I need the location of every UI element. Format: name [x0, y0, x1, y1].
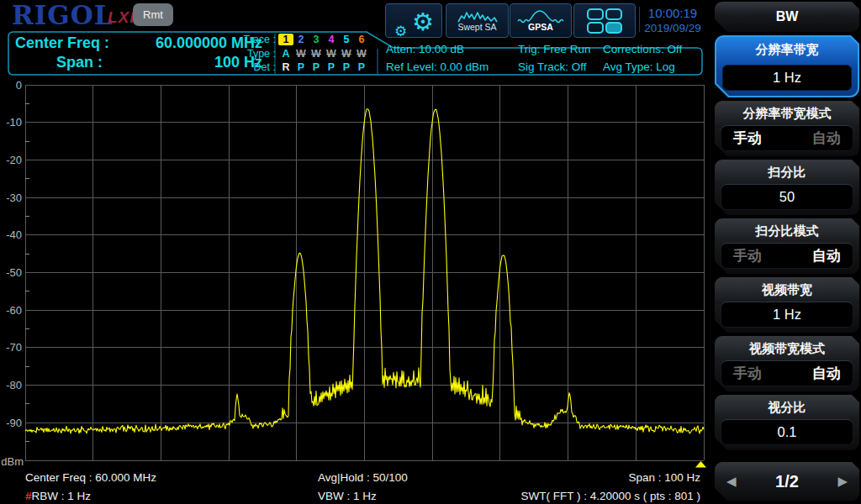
trace-4[interactable]: 4 [324, 34, 339, 45]
trace-6-det: P [354, 61, 369, 73]
trace-1-type: A [278, 48, 293, 60]
trace-num-row: Trace : 1 2 3 4 5 6 [237, 33, 369, 47]
spectrum-display: 0-10-20-30-40-50-60-70-80-90dBm [0, 80, 710, 475]
svg-text:-90: -90 [6, 417, 22, 429]
softkey-span-rbw-ratio-mode[interactable]: 扫分比模式 手动 自动 [715, 218, 859, 274]
page-prev-icon[interactable]: ◀ [726, 474, 737, 489]
softkey-vbw-rbw-ratio[interactable]: 视分比 0.1 [715, 395, 859, 450]
ratio-mode-auto[interactable]: 自动 [812, 243, 841, 269]
trace-4-type: W [324, 48, 339, 60]
svg-text:-20: -20 [6, 154, 22, 166]
chart-grid [25, 85, 704, 460]
menu-page-button[interactable]: ◀ 1/2 ▶ [715, 462, 859, 501]
atten-ref-block: Atten: 10.00 dB Ref Level: 0.00 dBm [386, 40, 489, 76]
svg-text:-50: -50 [6, 266, 22, 279]
svg-text:0: 0 [16, 80, 22, 92]
svg-text:-40: -40 [6, 228, 22, 241]
corrections-block: Corrections: Off Avg Type: Log [603, 40, 682, 76]
trace-row-label: Trace : [237, 34, 278, 45]
trace-5[interactable]: 5 [339, 34, 354, 45]
trig-value: Trig: Free Run [518, 40, 591, 58]
trace-3[interactable]: 3 [309, 34, 324, 45]
atten-value: Atten: 10.00 dB [386, 40, 489, 58]
softkey-span-rbw-ratio[interactable]: 扫分比 50 [715, 160, 859, 215]
softkey-rbw-active[interactable]: 分辨率带宽 1 Hz [715, 35, 859, 97]
trace-3-det: P [309, 61, 324, 73]
vbw-mode-manual[interactable]: 手动 [733, 360, 762, 386]
softkey-rbw-value: 1 Hz [722, 65, 852, 91]
trace-table[interactable]: Trace : 1 2 3 4 5 6 Type : A W W W W W D… [237, 33, 369, 75]
trace-5-type: W [339, 48, 354, 60]
svg-text:-10: -10 [6, 116, 22, 129]
page-indicator: 1/2 [775, 472, 799, 491]
trace-2-type: W [293, 48, 309, 60]
ratio-mode-manual[interactable]: 手动 [733, 243, 762, 269]
svg-text:-60: -60 [6, 304, 22, 317]
status-row-1: Center Freq : 60.000 MHz Avg|Hold : 50/1… [0, 471, 710, 486]
softkey-vbw-mode[interactable]: 视频带宽模式 手动 自动 [715, 336, 859, 391]
trace-1[interactable]: 1 [278, 34, 293, 45]
trace-3-type: W [309, 48, 324, 60]
center-freq-label: Center Freq : [15, 34, 109, 52]
rbw-mode-auto[interactable]: 自动 [812, 125, 841, 151]
svg-text:-80: -80 [6, 379, 22, 391]
softkey-menu: BW 分辨率带宽 1 Hz 分辨率带宽模式 手动 自动 扫分比 50 扫分比模式… [713, 0, 861, 504]
vbw-mode-auto[interactable]: 自动 [812, 360, 841, 386]
trace-type-label: Type : [237, 48, 278, 60]
status-span: Span : 100 Hz [0, 471, 700, 484]
menu-title-bw: BW [715, 2, 859, 32]
trace-5-det: P [339, 61, 354, 73]
span-label: Span : [56, 54, 103, 71]
trace-6[interactable]: 6 [354, 34, 369, 45]
trace-type-row: Type : A W W W W W [237, 47, 369, 61]
avg-type-value: Avg Type: Log [603, 58, 682, 76]
corrections-value: Corrections: Off [603, 40, 682, 58]
svg-text:dBm: dBm [1, 455, 24, 468]
ref-level-value: Ref Level: 0.00 dBm [386, 58, 489, 76]
status-swt: SWT( FFT ) : 4.20000 s ( pts : 801 ) [0, 490, 700, 502]
svg-text:-30: -30 [6, 192, 22, 204]
trace-2[interactable]: 2 [293, 34, 309, 45]
rigol-spectrum-analyzer-screen: RIGOL LXI Rmt ⚙ ⚙ Swept SA GPSA 10:00:19… [0, 0, 861, 504]
page-next-icon[interactable]: ▶ [837, 474, 848, 489]
trace-4-det: P [324, 61, 339, 73]
trig-block: Trig: Free Run Sig Track: Off [518, 40, 591, 76]
trace-1-det: R [278, 61, 293, 73]
trace-det-label: Det : [237, 61, 278, 73]
softkey-rbw-label: 分辨率带宽 [716, 37, 858, 58]
status-row-2: #RBW : 1 Hz VBW : 1 Hz SWT( FFT ) : 4.20… [0, 490, 710, 504]
rbw-mode-manual[interactable]: 手动 [733, 125, 762, 151]
softkey-vbw[interactable]: 视频带宽 1 Hz [715, 277, 859, 333]
trace-6-type: W [354, 48, 369, 60]
y-axis-labels: 0-10-20-30-40-50-60-70-80-90dBm [1, 80, 24, 468]
softkey-rbw-mode[interactable]: 分辨率带宽模式 手动 自动 [715, 101, 859, 156]
trace-2-det: P [293, 61, 309, 73]
trace-det-row: Det : R P P P P P [237, 60, 369, 75]
sig-track-value: Sig Track: Off [518, 58, 591, 76]
svg-text:-70: -70 [6, 341, 22, 354]
sweep-marker-icon [695, 461, 706, 468]
